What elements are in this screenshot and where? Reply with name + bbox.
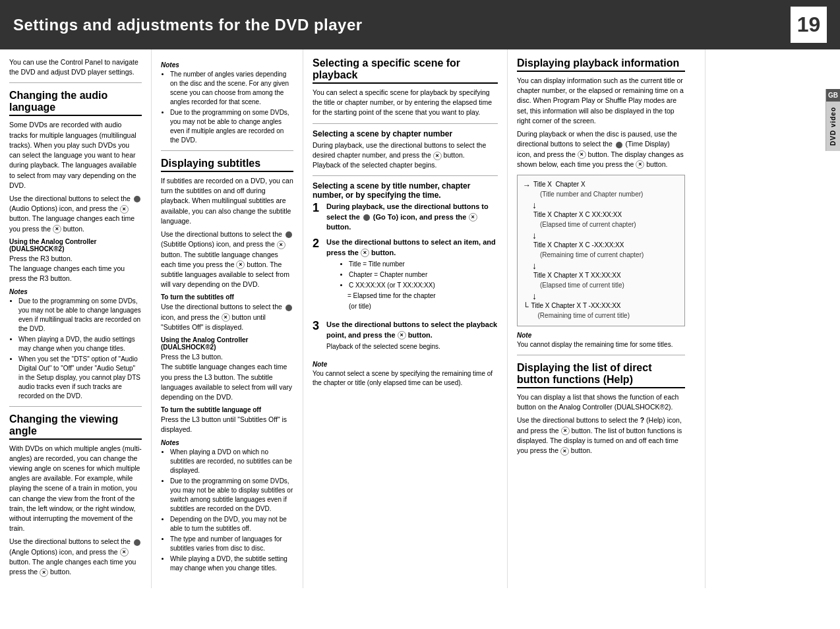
- chapter-heading: Selecting a scene by chapter number: [313, 129, 498, 138]
- divider-3: [161, 150, 293, 151]
- audio-body: Some DVDs are recorded with audio tracks…: [9, 120, 142, 191]
- scene-section-heading: Selecting a specific scene for playback: [313, 57, 498, 84]
- step-2: 2 Use the directional buttons to select …: [313, 237, 498, 314]
- divider-2: [9, 406, 142, 407]
- help-section-heading: Displaying the list of direct button fun…: [517, 362, 685, 388]
- angle-instruction: Use the directional buttons to select th…: [9, 537, 142, 577]
- step-2-num: 2: [313, 237, 323, 314]
- side-tab: GB DVD video: [825, 89, 840, 151]
- analog-body-sub: Press the L3 button.The subtitle languag…: [161, 352, 293, 402]
- main-content: You can use the Control Panel to navigat…: [0, 49, 840, 588]
- scene-note-text: You cannot select a scene by specifying …: [313, 369, 498, 388]
- sub-notes-label: Notes: [161, 439, 293, 446]
- audio-section-heading: Changing the audio language: [9, 90, 142, 116]
- sub-off-icon: [285, 305, 292, 311]
- sub-note-2: Due to the programming on some DVDs, you…: [170, 477, 293, 514]
- sub-note-5: While playing a DVD, the subtitle settin…: [170, 554, 293, 573]
- x-button-play: ×: [398, 331, 406, 340]
- audio-note-2: When playing a DVD, the audio settings m…: [18, 335, 142, 353]
- display-line-3: Title X Chapter X T XX:XX:XX: [533, 270, 624, 280]
- sub-notes-list: When playing a DVD on which no subtitles…: [161, 448, 293, 573]
- display-sub-1: (Elapsed time of current chapter): [540, 220, 636, 229]
- spacer-3: →: [523, 270, 531, 282]
- page-header: Settings and adjustments for the DVD pla…: [0, 0, 840, 49]
- angle-section-heading: Changing the viewing angle: [9, 413, 142, 440]
- spacer-1: →: [523, 210, 531, 222]
- display-sub-2: (Remaining time of current chapter): [540, 250, 644, 260]
- arrow-down-4: ↓: [532, 291, 679, 301]
- audio-note-3: When you set the "DTS" option of "Audio …: [18, 355, 142, 401]
- analog-body-audio: Press the R3 button.The language changes…: [9, 254, 142, 284]
- step-3-num: 3: [313, 320, 323, 355]
- x-button-audio2: ×: [53, 225, 61, 233]
- angle-note-2: Due to the programming on some DVDs, you…: [170, 108, 293, 145]
- display-row-1: → Title X Chapter X C XX:XX:XX (Elapsed …: [523, 210, 679, 229]
- playback-section-heading: Displaying playback information: [517, 57, 685, 72]
- audio-icon: [134, 196, 140, 202]
- bullet-ortitle: (or title): [349, 302, 498, 311]
- x-button-audio: ×: [120, 205, 129, 214]
- angle-icon: [134, 539, 140, 546]
- page-number: 19: [791, 7, 827, 43]
- bullet-ctime: C XX:XX:XX (or T XX:XX:XX): [349, 281, 498, 290]
- x-button-angle2: ×: [40, 568, 48, 577]
- spacer-2: →: [523, 240, 531, 252]
- display-row-2: → Title X Chapter X C -XX:XX:XX (Remaini…: [523, 240, 679, 260]
- display-sub-4: (Remaining time of current title): [538, 311, 630, 320]
- display-row-3: → Title X Chapter X T XX:XX:XX (Elapsed …: [523, 270, 679, 290]
- page-title: Settings and adjustments for the DVD pla…: [13, 16, 363, 34]
- angle-body: With DVDs on which multiple angles (mult…: [9, 444, 142, 534]
- divider-1: [9, 82, 142, 83]
- display-sub-0: (Title number and Chapter number): [540, 189, 643, 199]
- display-line-1: Title X Chapter X C XX:XX:XX: [533, 210, 636, 220]
- subtitle-icon: [285, 231, 292, 238]
- display-line-0: Title X Chapter X: [533, 179, 643, 189]
- step-1-num: 1: [313, 202, 323, 232]
- playback-paused: During playback or when the disc is paus…: [517, 129, 685, 169]
- x-button-item: ×: [361, 249, 369, 257]
- bullet-elapsed: = Elapsed time for the chapter: [347, 291, 498, 301]
- goto-icon: [363, 214, 370, 221]
- x-button-help2: ×: [560, 447, 569, 456]
- step-3-text: Use the directional buttons to select th…: [326, 320, 498, 340]
- subtitles-instruction: Use the directional buttons to select th…: [161, 229, 293, 289]
- step-3: 3 Use the directional buttons to select …: [313, 320, 498, 355]
- arrow-down-3: ↓: [532, 261, 679, 270]
- column-2: Notes The number of angles varies depend…: [152, 49, 303, 588]
- help-question: ?: [640, 416, 644, 424]
- turn-off-body: Use the directional buttons to select th…: [161, 302, 293, 332]
- display-line-4: Title X Chapter X T -XX:XX:XX: [531, 301, 630, 311]
- display-line-2: Title X Chapter X C -XX:XX:XX: [533, 240, 644, 250]
- sub-note-4: The type and number of languages for sub…: [170, 535, 293, 553]
- x-button-ch: ×: [433, 152, 442, 160]
- turn-off-heading: To turn the subtitles off: [161, 293, 293, 301]
- arrow-right-0: →: [523, 179, 531, 191]
- angle-notes-label: Notes: [161, 61, 293, 69]
- col1-intro: You can use the Control Panel to navigat…: [9, 57, 142, 77]
- arrow-down-1: ↓: [532, 200, 679, 210]
- divider-6: [517, 355, 685, 355]
- sub-note-1: When playing a DVD on which no subtitles…: [170, 448, 293, 475]
- audio-note-1: Due to the programming on some DVDs, you…: [18, 297, 142, 334]
- playback-note-label: Note: [517, 332, 685, 339]
- x-button-suboff: ×: [222, 313, 230, 322]
- step-2-content: Use the directional buttons to select an…: [326, 237, 498, 314]
- side-tab-gb: GB: [826, 89, 840, 102]
- analog-ctrl-heading-sub: Using the Analog Controller (DUALSHOCK®2…: [161, 336, 293, 351]
- x-button-angle: ×: [120, 548, 129, 556]
- subtitles-section-heading: Displaying subtitles: [161, 158, 293, 172]
- step-1-text: During playback, use the directional but…: [326, 202, 498, 232]
- step-2-text: Use the directional buttons to select an…: [326, 237, 498, 258]
- step-1: 1 During playback, use the directional b…: [313, 202, 498, 232]
- audio-notes-label: Notes: [9, 288, 142, 295]
- x-button-time: ×: [578, 150, 586, 159]
- x-button-time2: ×: [636, 160, 644, 169]
- column-1: You can use the Control Panel to navigat…: [0, 49, 152, 588]
- display-row-0: → Title X Chapter X (Title number and Ch…: [523, 179, 679, 199]
- analog-ctrl-heading-audio: Using the Analog Controller (DUALSHOCK®2…: [9, 238, 142, 253]
- display-info-box: → Title X Chapter X (Title number and Ch…: [517, 175, 685, 326]
- column-4: Displaying playback information You can …: [508, 49, 705, 588]
- arrow-down-2: ↓: [532, 231, 679, 240]
- x-button-goto: ×: [469, 213, 477, 222]
- arrow-left-4: └: [523, 301, 529, 313]
